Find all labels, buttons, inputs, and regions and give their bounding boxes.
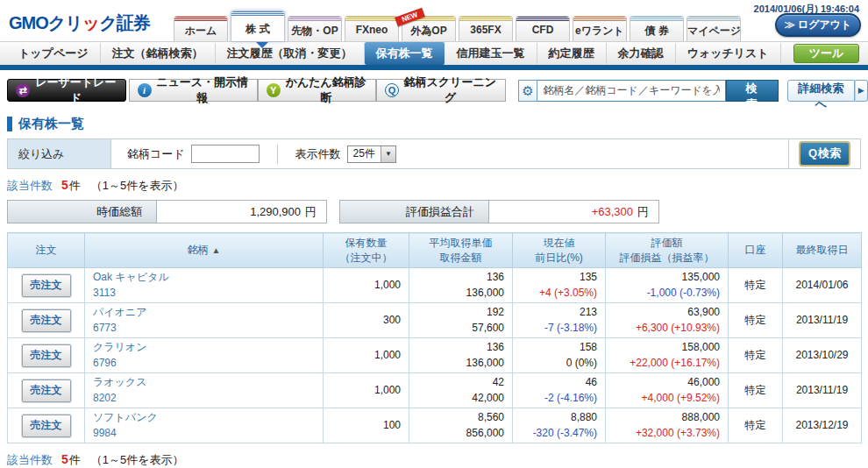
day-change: +4 (+3.05%) [539, 287, 597, 299]
title-accent-bar [7, 117, 12, 131]
tab-gaitame-op[interactable]: NEW 外為OP [402, 16, 456, 41]
table-row: 売注文 パイオニア6773 300 19257,600 213-7 (-3.18… [8, 303, 862, 338]
tab-label: マイページ [687, 21, 740, 39]
col-account: 口座 [729, 233, 783, 268]
result-count-label: 該当件数 [7, 179, 53, 192]
advanced-search-expand-button[interactable]: ▶ [855, 80, 868, 102]
quantity-cell: 1,000 [324, 338, 409, 373]
subnav-order-history[interactable]: 注文履歴（取消・変更） [216, 43, 365, 64]
display-count-select[interactable]: 25件 ▼ [347, 145, 396, 163]
screening-button[interactable]: Q 銘柄スクリーニング [376, 79, 506, 102]
tab-stock[interactable]: 株 式 [231, 11, 285, 41]
laser-trade-label: レーザートレード [34, 74, 117, 106]
profit-loss: -1,000 (-0.73%) [647, 287, 720, 299]
profit-loss: +6,300 (+10.93%) [636, 322, 720, 334]
brand-logo[interactable]: GMOクリック証券 [0, 11, 174, 41]
sell-order-button[interactable]: 売注文 [22, 379, 71, 402]
valuation-cell: 135,000-1,000 (-0.73%) [606, 268, 729, 303]
advanced-search-button[interactable]: 詳細検索へ [787, 80, 855, 102]
news-disclosure-button[interactable]: i ニュース・開示情報 [129, 79, 258, 102]
subnav-buying-power[interactable]: 余力確認 [607, 43, 676, 64]
logo-text: GMOクリ [9, 13, 82, 32]
avg-price-cell: 19257,600 [409, 303, 513, 338]
gear-icon[interactable]: ⚙ [518, 80, 538, 102]
stock-code-input[interactable] [191, 145, 260, 163]
subnav-execution-history[interactable]: 約定履歴 [537, 43, 607, 64]
market-value: 1,290,900 [250, 205, 301, 218]
sell-order-button[interactable]: 売注文 [22, 274, 71, 297]
current-price-cell: 135+4 (+3.05%) [513, 268, 606, 303]
current-price-cell: 46-2 (-4.16%) [513, 373, 606, 408]
profit-loss: +22,000 (+16.17%) [630, 357, 720, 369]
stock-code: 6773 [93, 321, 315, 336]
stock-code: 6796 [93, 356, 315, 371]
summary-boxes: 時価総額 1,290,900円 評価損益合計 +63,300円 [7, 200, 861, 223]
account-type-cell: 特定 [729, 338, 783, 373]
tab-label: 債 券 [630, 21, 683, 39]
acquisition-date-cell: 2013/11/19 [783, 373, 862, 408]
day-change: -2 (-4.16%) [544, 392, 597, 404]
subnav-top-page[interactable]: トップページ [7, 43, 101, 64]
logo-text-2: ク証券 [99, 13, 149, 32]
tab-fxneo[interactable]: FXneo [345, 16, 399, 41]
current-price-cell: 1580 (0%) [513, 338, 606, 373]
logout-button[interactable]: ≫ ログアウト [775, 13, 861, 37]
symbol-search-input[interactable] [537, 80, 726, 102]
market-value-box: 時価総額 1,290,900円 [7, 200, 327, 223]
result-count-label: 該当件数 [7, 453, 53, 466]
table-header-row: 注文 銘柄▲ 保有数量（注文中） 平均取得単価取得金額 現在値前日比(%) 評価… [8, 233, 862, 268]
profit-loss: +4,000 (+9.52%) [642, 392, 720, 404]
col-valuation: 評価額評価損益（損益率） [606, 233, 729, 268]
sell-order-button[interactable]: 売注文 [22, 309, 71, 332]
result-count-unit: 件 [69, 179, 81, 192]
stock-code: 3113 [93, 286, 315, 301]
tab-bonds[interactable]: 債 券 [630, 16, 684, 41]
laser-trade-button[interactable]: ⇄ レーザートレード [7, 79, 126, 102]
filter-label: 絞り込み [8, 139, 111, 168]
tools-button[interactable]: ツール [793, 44, 860, 63]
logout-label: ログアウト [798, 18, 851, 31]
avg-price-cell: 136136,000 [409, 268, 513, 303]
top-header: 2014/01/06(月) 19:46:04 GMOクリック証券 ホーム 株 式… [0, 0, 868, 42]
tab-label: 外為OP [402, 21, 455, 39]
avg-price-cell: 8,560856,000 [409, 408, 513, 443]
account-type-cell: 特定 [729, 408, 783, 443]
tab-mypage[interactable]: マイページ [687, 16, 741, 41]
screening-label: 銘柄スクリーニング [403, 74, 497, 106]
filter-bar: 絞り込み 銘柄コード 表示件数 25件 ▼ Q検索 [7, 138, 861, 169]
tab-cfd[interactable]: CFD [516, 16, 570, 41]
display-count-value: 25件 [348, 146, 381, 161]
col-symbol[interactable]: 銘柄▲ [85, 233, 324, 268]
tab-futures-op[interactable]: 先物・OP [288, 16, 342, 41]
valuation-cell: 46,000+4,000 (+9.52%) [606, 373, 729, 408]
magnifier-icon: Q [385, 83, 399, 97]
easy-diagnosis-button[interactable]: Y かんたん銘柄診断 [258, 79, 376, 102]
result-range: （1～5件を表示） [91, 179, 184, 192]
subnav-holdings[interactable]: 保有株一覧 [365, 42, 445, 65]
stock-name: クラリオン [93, 340, 315, 355]
subnav-margin-positions[interactable]: 信用建玉一覧 [445, 43, 537, 64]
pl-total-box: 評価損益合計 +63,300円 [339, 200, 659, 223]
sort-asc-icon: ▲ [212, 245, 221, 255]
diagnosis-label: かんたん銘柄診断 [285, 74, 367, 106]
search-button[interactable]: 検 索 [726, 80, 779, 102]
subnav-watchlist[interactable]: ウォッチリスト [676, 43, 781, 64]
display-count-label: 表示件数 [295, 146, 341, 162]
filter-search-button[interactable]: Q検索 [799, 141, 850, 167]
tab-home[interactable]: ホーム [174, 16, 228, 41]
account-type-cell: 特定 [729, 268, 783, 303]
info-icon: i [138, 83, 152, 97]
logo-accent: ッ [82, 13, 99, 32]
tab-365fx[interactable]: 365FX [459, 16, 513, 41]
sell-order-button[interactable]: 売注文 [22, 415, 71, 437]
pl-total-label: 評価損益合計 [340, 201, 489, 223]
sell-order-button[interactable]: 売注文 [22, 344, 71, 367]
day-change: 0 (0%) [566, 357, 597, 369]
tab-ewarrant[interactable]: eワラント [573, 16, 627, 41]
acquisition-date-cell: 2013/10/29 [783, 338, 862, 373]
col-quantity: 保有数量（注文中） [324, 233, 409, 268]
filter-search-cell: Q検索 [788, 139, 860, 168]
account-type-cell: 特定 [729, 303, 783, 338]
subnav-order-search[interactable]: 注文（銘柄検索） [101, 43, 216, 64]
filter-search-label: 検索 [818, 146, 841, 160]
